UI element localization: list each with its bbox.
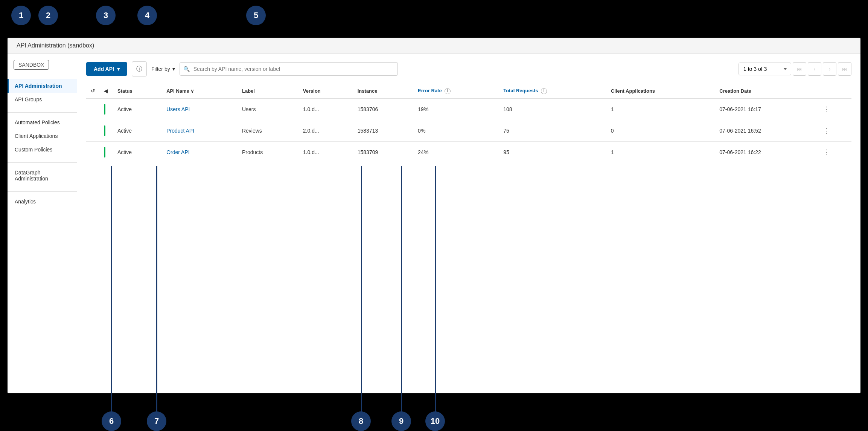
total-requests-info-icon[interactable]: i bbox=[541, 88, 547, 94]
app-title: API Administration (sandbox) bbox=[17, 42, 94, 49]
annotation-2: 2 bbox=[38, 6, 58, 25]
row-client-apps: 1 bbox=[606, 98, 715, 120]
sidebar-item-label: API Administration bbox=[15, 83, 62, 89]
col-toggle[interactable]: ◀ bbox=[99, 84, 113, 98]
sidebar-section-policies: Automated Policies Client Applications C… bbox=[8, 112, 77, 156]
sidebar-item-api-administration[interactable]: API Administration bbox=[8, 79, 77, 93]
filter-by-label: Filter by bbox=[151, 66, 170, 72]
row-version: 1.0.d... bbox=[298, 98, 353, 120]
row-api-name: Users API bbox=[162, 98, 238, 120]
sidebar-section-datagraph: DataGraph Administration bbox=[8, 162, 77, 185]
row-more-actions[interactable]: ⋮ bbox=[818, 98, 851, 120]
sidebar-item-analytics[interactable]: Analytics bbox=[8, 195, 77, 208]
sidebar-item-label: Analytics bbox=[15, 199, 36, 205]
sort-icon: ∨ bbox=[190, 88, 194, 94]
pagination-first-button[interactable]: ⏮ bbox=[793, 62, 806, 76]
chevron-down-icon: ▾ bbox=[117, 66, 120, 72]
table-row: Active Order API Products 1.0.d... 15837… bbox=[86, 141, 851, 163]
row-status: Active bbox=[113, 120, 162, 141]
table-row: Active Users API Users 1.0.d... 1583706 … bbox=[86, 98, 851, 120]
row-api-name: Product API bbox=[162, 120, 238, 141]
col-status: Status bbox=[113, 84, 162, 98]
filter-by-button[interactable]: Filter by ▾ bbox=[151, 66, 175, 72]
sandbox-badge[interactable]: SANDBOX bbox=[14, 60, 49, 70]
app-container: API Administration (sandbox) SANDBOX API… bbox=[8, 38, 860, 393]
pagination-prev-button[interactable]: ‹ bbox=[808, 62, 821, 76]
sidebar-env: SANDBOX bbox=[8, 57, 77, 76]
row-version: 2.0.d... bbox=[298, 120, 353, 141]
api-name-link[interactable]: Product API bbox=[166, 128, 194, 134]
row-reset-cell bbox=[86, 141, 99, 163]
sidebar: SANDBOX API Administration API Groups Au… bbox=[8, 54, 77, 393]
annotation-6: 6 bbox=[102, 411, 121, 431]
sidebar-item-client-applications[interactable]: Client Applications bbox=[8, 129, 77, 143]
search-icon: 🔍 bbox=[183, 66, 190, 72]
sidebar-item-datagraph-administration[interactable]: DataGraph Administration bbox=[8, 166, 77, 185]
row-api-name: Order API bbox=[162, 141, 238, 163]
sidebar-item-label: Automated Policies bbox=[15, 119, 60, 125]
row-client-apps: 1 bbox=[606, 141, 715, 163]
row-instance: 1583706 bbox=[353, 98, 413, 120]
ann-line-8 bbox=[361, 166, 362, 414]
annotation-9: 9 bbox=[391, 411, 411, 431]
row-reset-cell bbox=[86, 120, 99, 141]
col-label: Label bbox=[238, 84, 298, 98]
col-creation-date: Creation Date bbox=[715, 84, 818, 98]
status-bar-icon bbox=[104, 104, 105, 115]
ann-line-6 bbox=[111, 166, 112, 414]
row-label: Products bbox=[238, 141, 298, 163]
row-instance: 1583713 bbox=[353, 120, 413, 141]
more-icon[interactable]: ⋮ bbox=[823, 148, 830, 156]
pagination-last-button[interactable]: ⏭ bbox=[838, 62, 851, 76]
row-instance: 1583709 bbox=[353, 141, 413, 163]
top-bar: API Administration (sandbox) bbox=[8, 38, 860, 54]
search-input[interactable] bbox=[180, 62, 398, 76]
add-api-button[interactable]: Add API ▾ bbox=[86, 62, 127, 76]
pagination-select[interactable]: 1 to 3 of 3 bbox=[739, 63, 791, 75]
sidebar-item-label: API Groups bbox=[15, 96, 42, 102]
col-api-name[interactable]: API Name ∨ bbox=[162, 84, 238, 98]
col-client-apps: Client Applications bbox=[606, 84, 715, 98]
row-more-actions[interactable]: ⋮ bbox=[818, 120, 851, 141]
filter-chevron-icon: ▾ bbox=[172, 66, 175, 72]
error-rate-info-icon[interactable]: i bbox=[445, 88, 451, 94]
info-icon: ⓘ bbox=[136, 65, 142, 73]
sidebar-item-custom-policies[interactable]: Custom Policies bbox=[8, 143, 77, 156]
add-api-label: Add API bbox=[94, 66, 114, 72]
sidebar-item-api-groups[interactable]: API Groups bbox=[8, 93, 77, 106]
status-bar-icon bbox=[104, 125, 105, 136]
row-creation-date: 07-06-2021 16:52 bbox=[715, 120, 818, 141]
annotation-10: 10 bbox=[425, 411, 445, 431]
toolbar: Add API ▾ ⓘ Filter by ▾ 🔍 1 to 3 of 3 bbox=[86, 61, 851, 76]
status-bar-icon bbox=[104, 147, 105, 157]
row-error-rate: 24% bbox=[413, 141, 499, 163]
sidebar-item-automated-policies[interactable]: Automated Policies bbox=[8, 116, 77, 129]
row-more-actions[interactable]: ⋮ bbox=[818, 141, 851, 163]
reset-icon[interactable]: ↺ bbox=[91, 88, 95, 94]
annotation-8: 8 bbox=[351, 411, 371, 431]
pagination-next-button[interactable]: › bbox=[823, 62, 836, 76]
col-reset: ↺ bbox=[86, 84, 99, 98]
more-icon[interactable]: ⋮ bbox=[823, 127, 830, 134]
annotation-3: 3 bbox=[96, 6, 116, 25]
ann-line-10 bbox=[435, 166, 436, 414]
info-button[interactable]: ⓘ bbox=[132, 61, 147, 76]
row-error-rate: 0% bbox=[413, 120, 499, 141]
ann-line-9 bbox=[401, 166, 402, 414]
row-client-apps: 0 bbox=[606, 120, 715, 141]
api-name-link[interactable]: Order API bbox=[166, 149, 189, 155]
col-version: Version bbox=[298, 84, 353, 98]
more-icon[interactable]: ⋮ bbox=[823, 105, 830, 113]
row-reset-cell bbox=[86, 98, 99, 120]
row-status: Active bbox=[113, 98, 162, 120]
col-total-requests: Total Requests i bbox=[499, 84, 606, 98]
table-row: Active Product API Reviews 2.0.d... 1583… bbox=[86, 120, 851, 141]
api-name-link[interactable]: Users API bbox=[166, 106, 190, 112]
row-status-bar-cell bbox=[99, 120, 113, 141]
col-error-rate: Error Rate i bbox=[413, 84, 499, 98]
sidebar-item-label: Client Applications bbox=[15, 133, 58, 139]
main-layout: SANDBOX API Administration API Groups Au… bbox=[8, 54, 860, 393]
row-status-bar-cell bbox=[99, 98, 113, 120]
sidebar-item-label: Custom Policies bbox=[15, 147, 52, 153]
row-total-requests: 75 bbox=[499, 120, 606, 141]
